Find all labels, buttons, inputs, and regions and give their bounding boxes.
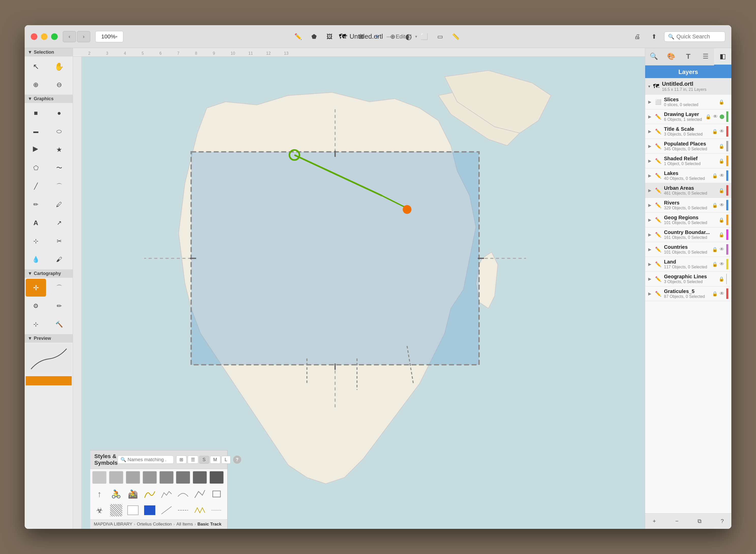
arrow-tool[interactable]: ↖ — [26, 57, 46, 75]
urban-lock-icon[interactable]: 🔒 — [718, 188, 724, 193]
share-button[interactable]: ⬆ — [647, 31, 661, 42]
layer-shaded-relief[interactable]: ▶ ✏️ Shaded Relief 1 Object, 0 Selected … — [645, 154, 731, 168]
swatch-5[interactable] — [160, 471, 174, 484]
title-scale-lock-icon[interactable]: 🔒 — [712, 129, 717, 134]
symbol-diag-line[interactable] — [160, 503, 174, 517]
calligraphy-tool[interactable]: 🖊 — [49, 196, 69, 213]
swatch-8[interactable] — [209, 471, 224, 484]
map-canvas[interactable]: AFRICA SUBTITLE Styles & Symbols 🔍 — [82, 57, 645, 529]
add-layer-button[interactable]: + — [649, 516, 659, 526]
tab-styles[interactable]: 🎨 — [663, 48, 680, 65]
countries-lock-icon[interactable]: 🔒 — [712, 247, 717, 252]
symbol-line-2[interactable] — [160, 487, 174, 501]
back-button[interactable]: ‹ — [63, 31, 76, 42]
zoom-in-tool[interactable]: ⊕ — [26, 76, 46, 94]
cb-lock-icon[interactable]: 🔒 — [718, 232, 724, 237]
pop-places-lock-icon[interactable]: 🔒 — [718, 144, 724, 149]
symbol-biohazard[interactable]: ☣ — [92, 503, 107, 517]
swatch-6[interactable] — [176, 471, 190, 484]
graticules-lock-icon[interactable]: 🔒 — [712, 291, 717, 296]
size-m-button[interactable]: M — [210, 456, 220, 464]
symbol-texture[interactable] — [109, 503, 123, 517]
polygon-tool[interactable]: ⬠ — [26, 159, 46, 177]
text-tool[interactable]: A — [26, 214, 46, 232]
drawing-lock-icon[interactable]: 🔒 — [705, 114, 711, 119]
doc-root-item[interactable]: ▾ 🗺 Untitled.ortl 16.5 x 11.7 in, 21 Lay… — [645, 78, 731, 95]
swatch-2[interactable] — [109, 471, 123, 484]
pen-tool-button[interactable]: ✏️ — [292, 31, 305, 42]
rivers-lock-icon[interactable]: 🔒 — [712, 203, 717, 208]
rivers-eye-icon[interactable]: 👁 — [720, 203, 724, 208]
land-lock-icon[interactable]: 🔒 — [712, 262, 717, 267]
bc-collection[interactable]: Ortelius Collection — [137, 522, 172, 527]
hand-tool[interactable]: ✋ — [49, 57, 69, 75]
swatch-3[interactable] — [126, 471, 140, 484]
layer-slices[interactable]: ▶ ⬜ Slices 0 slices, 0 selected 🔒 — [645, 95, 731, 109]
circle-tool[interactable]: ● — [49, 104, 69, 122]
window-button[interactable]: ⬜ — [418, 31, 431, 42]
carto-curve-tool[interactable]: ⌒ — [49, 279, 69, 296]
eyedrop-tool[interactable]: 💧 — [26, 251, 46, 268]
lakes-lock-icon[interactable]: 🔒 — [712, 173, 717, 178]
slices-lock-icon[interactable]: 🔒 — [718, 99, 724, 105]
oval-tool[interactable]: ⬭ — [49, 122, 69, 140]
layer-countries[interactable]: ▶ ✏️ Countries 101 Objects, 0 Selected 🔒… — [645, 242, 731, 257]
size-l-button[interactable]: L — [222, 456, 231, 464]
symbol-square[interactable] — [209, 487, 224, 501]
layer-help-button[interactable]: ? — [717, 516, 727, 526]
duplicate-layer-button[interactable]: ⧉ — [694, 516, 705, 526]
layer-title-scale[interactable]: ▶ ✏️ Title & Scale 3 Objects, 0 Selected… — [645, 124, 731, 139]
bc-track[interactable]: Basic Track — [197, 522, 222, 527]
carto-node-tool[interactable]: ⊹ — [26, 316, 46, 333]
tab-inspector[interactable]: 🔍 — [645, 48, 663, 65]
layer-populated-places[interactable]: ▶ ✏️ Populated Places 345 Objects, 0 Sel… — [645, 139, 731, 154]
graticules-eye-icon[interactable]: 👁 — [720, 291, 724, 296]
zoom-selector[interactable]: 100% ▾ — [95, 31, 123, 42]
swatch-7[interactable] — [193, 471, 207, 484]
fullscreen-button[interactable] — [51, 33, 58, 40]
shape-tool-button[interactable]: ⬟ — [307, 31, 321, 42]
paint-tool[interactable]: 🖌 — [49, 251, 69, 268]
carto-gear-tool[interactable]: ⚙ — [26, 297, 46, 315]
carto-hammer-tool[interactable]: 🔨 — [49, 316, 69, 333]
text2-tool[interactable]: ↗ — [49, 214, 69, 232]
active-color-swatch[interactable] — [26, 376, 72, 385]
swatch-1[interactable] — [92, 471, 107, 484]
styles-search-input[interactable] — [128, 457, 168, 462]
ruler-button[interactable]: 📏 — [449, 31, 462, 42]
layer-geog-regions[interactable]: ▶ ✏️ Geog Regions 101 Objects, 0 Selecte… — [645, 213, 731, 227]
layer-drawing[interactable]: ▶ ✏️ Drawing Layer 6 Objects, 1 selected… — [645, 109, 731, 124]
help-button[interactable]: ? — [233, 455, 241, 464]
line-tool[interactable]: ╱ — [26, 177, 46, 195]
layer-lakes[interactable]: ▶ ✏️ Lakes 40 Objects, 0 Selected 🔒 👁 — [645, 168, 731, 183]
scissors-tool[interactable]: ✂ — [49, 232, 69, 250]
print-button[interactable]: 🖨 — [631, 31, 644, 42]
symbol-line-4[interactable] — [193, 487, 207, 501]
lakes-eye-icon[interactable]: 👁 — [720, 173, 724, 178]
list-view-button[interactable]: ☰ — [188, 455, 198, 464]
geog-lock-icon[interactable]: 🔒 — [718, 217, 724, 223]
wave-tool[interactable]: 〜 — [49, 159, 69, 177]
layer-graticules[interactable]: ▶ ✏️ Graticules_5 87 Objects, 0 Selected… — [645, 286, 731, 301]
symbol-dot-line[interactable] — [209, 503, 224, 517]
star-tool[interactable]: ★ — [49, 141, 69, 159]
minimize-button[interactable] — [41, 33, 48, 40]
countries-eye-icon[interactable]: 👁 — [720, 247, 724, 252]
bezier-tool[interactable]: ⌒ — [49, 177, 69, 195]
drawing-eye-icon[interactable]: 👁 — [713, 114, 717, 119]
symbol-line-3[interactable] — [176, 487, 190, 501]
symbol-blue-rect[interactable] — [143, 503, 157, 517]
layer-urban-areas[interactable]: ▶ ✏️ Urban Areas 461 Objects, 0 Selected… — [645, 183, 731, 198]
land-eye-icon[interactable]: 👁 — [720, 262, 724, 267]
swatch-4[interactable] — [143, 471, 157, 484]
panel-button[interactable]: ▭ — [433, 31, 447, 42]
bc-library[interactable]: MAPDIVA LIBRARY — [94, 522, 132, 527]
title-scale-eye-icon[interactable]: 👁 — [720, 129, 724, 134]
shaded-relief-lock-icon[interactable]: 🔒 — [718, 158, 724, 164]
rounded-rect-tool[interactable]: ▬ — [26, 122, 46, 140]
symbol-arrow-up[interactable]: ↑ — [92, 487, 107, 501]
symbol-zigzag[interactable] — [193, 503, 207, 517]
layer-country-boundaries[interactable]: ▶ ✏️ Country Boundar... 161 Objects, 0 S… — [645, 227, 731, 242]
grid-view-button[interactable]: ⊞ — [176, 455, 187, 464]
size-s-button[interactable]: S — [199, 456, 209, 464]
